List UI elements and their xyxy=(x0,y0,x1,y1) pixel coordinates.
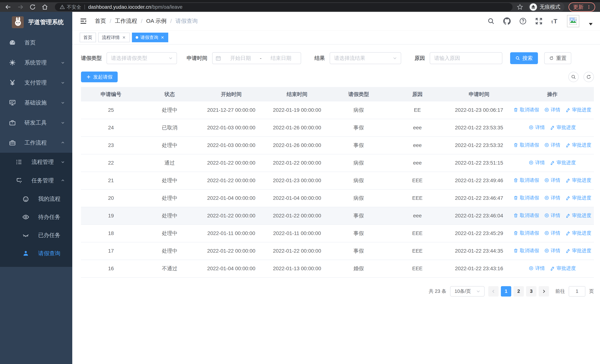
sidebar-item-process-mgmt[interactable]: 流程管理 xyxy=(0,153,72,171)
reset-button[interactable]: 重置 xyxy=(544,52,571,64)
progress-action[interactable]: 审批进度 xyxy=(550,159,576,166)
detail-action[interactable]: 详情 xyxy=(529,265,545,271)
cancel-leave-action[interactable]: 取消请假 xyxy=(513,247,539,254)
font-size-icon[interactable]: tT xyxy=(551,18,559,25)
detail-action[interactable]: 详情 xyxy=(544,230,560,236)
detail-action[interactable]: 详情 xyxy=(544,247,560,254)
cancel-leave-action[interactable]: 取消请假 xyxy=(513,177,539,184)
progress-action[interactable]: 审批进度 xyxy=(565,142,591,148)
detail-action[interactable]: 详情 xyxy=(529,124,545,131)
apply-time-range-picker[interactable]: 开始日期 - 结束日期 xyxy=(212,52,301,64)
detail-action[interactable]: 详情 xyxy=(544,195,560,201)
reason-input[interactable]: 请输入原因 xyxy=(430,52,502,64)
cell-reason: EEE xyxy=(387,189,447,207)
view-icon xyxy=(544,213,549,218)
cell-applied: 2022-01-22 23:53:32 xyxy=(448,137,511,154)
github-icon[interactable] xyxy=(503,18,511,25)
reload-icon[interactable] xyxy=(29,4,36,10)
progress-action[interactable]: 审批进度 xyxy=(565,177,591,184)
sidebar-item-infra[interactable]: 基础设施 xyxy=(0,93,72,113)
user-menu-caret-icon[interactable] xyxy=(589,23,593,25)
page-size-select[interactable]: 10条/页 xyxy=(450,286,485,297)
close-icon[interactable] xyxy=(160,35,165,39)
sidebar-item-task-mgmt[interactable]: 任务管理 xyxy=(0,171,72,190)
forward-icon[interactable] xyxy=(17,4,24,10)
cell-reason: eee xyxy=(387,137,447,154)
progress-action[interactable]: 审批进度 xyxy=(565,247,591,254)
cell-start: 2022-01-04 00:00:00 xyxy=(198,260,264,278)
detail-action[interactable]: 详情 xyxy=(529,159,545,166)
sidebar-item-label: 我的流程 xyxy=(38,195,60,203)
search-button[interactable]: 搜索 xyxy=(510,52,538,64)
tab-process-detail[interactable]: 流程详情 xyxy=(98,33,130,42)
page-button-3[interactable]: 3 xyxy=(526,286,536,297)
cell-actions: 取消请假详情审批进度 xyxy=(511,207,594,225)
sidebar-item-done-tasks[interactable]: 已办任务 xyxy=(0,226,72,244)
progress-action[interactable]: 审批进度 xyxy=(550,265,576,271)
breadcrumb-item[interactable]: 工作流程 xyxy=(115,17,137,25)
cell-actions: 取消请假详情审批进度 xyxy=(511,101,594,119)
detail-action[interactable]: 详情 xyxy=(544,107,560,113)
refresh-table-button[interactable] xyxy=(583,72,594,82)
sidebar-item-my-process[interactable]: 我的流程 xyxy=(0,190,72,208)
sidebar-item-home[interactable]: 首页 xyxy=(0,33,72,53)
sidebar-item-leave-query[interactable]: 请假查询 xyxy=(0,244,72,262)
sidebar-item-system[interactable]: 系统管理 xyxy=(0,53,72,73)
cancel-leave-action[interactable]: 取消请假 xyxy=(513,230,539,236)
breadcrumb-item[interactable]: 首页 xyxy=(95,17,106,25)
progress-action-label: 审批进度 xyxy=(572,247,591,254)
fullscreen-icon[interactable] xyxy=(535,18,543,25)
window-title-strip xyxy=(0,0,600,2)
progress-action[interactable]: 审批进度 xyxy=(565,212,591,219)
create-leave-button[interactable]: 发起请假 xyxy=(81,72,118,82)
progress-action[interactable]: 审批进度 xyxy=(565,107,591,113)
url-bar[interactable]: 不安全 dashboard.yudao.iocoder.cn/bpm/oa/le… xyxy=(55,3,513,11)
sidebar-item-devtools[interactable]: 研发工具 xyxy=(0,113,72,133)
home-icon[interactable] xyxy=(41,4,48,10)
tab-home[interactable]: 首页 xyxy=(80,33,96,42)
sidebar-item-workflow[interactable]: 工作流程 xyxy=(0,133,72,153)
update-button[interactable]: 更新 xyxy=(569,2,595,12)
broken-image-icon xyxy=(569,17,577,25)
cancel-leave-action[interactable]: 取消请假 xyxy=(513,142,539,148)
prev-page-button[interactable] xyxy=(488,286,499,297)
progress-action[interactable]: 审批进度 xyxy=(565,230,591,236)
toggle-search-button[interactable] xyxy=(568,72,579,82)
cancel-leave-action[interactable]: 取消请假 xyxy=(513,107,539,113)
sidebar-item-label: 首页 xyxy=(24,39,36,47)
browser-menu-icon[interactable] xyxy=(586,5,591,9)
avatar[interactable] xyxy=(567,15,579,27)
back-icon[interactable] xyxy=(5,4,11,10)
cell-end: 2022-01-22 00:00:00 xyxy=(264,207,330,225)
tab-leave-query[interactable]: 请假查询 xyxy=(132,33,168,42)
search-icon[interactable] xyxy=(487,18,495,25)
leave-type-select[interactable]: 请选择请假类型 xyxy=(107,52,177,64)
sidebar-item-todo-tasks[interactable]: 待办任务 xyxy=(0,208,72,226)
chevron-left-icon xyxy=(491,289,496,294)
trash-icon xyxy=(513,231,518,235)
detail-action[interactable]: 详情 xyxy=(544,142,560,148)
next-page-button[interactable] xyxy=(539,286,549,297)
progress-action[interactable]: 审批进度 xyxy=(565,195,591,201)
tab-label: 请假查询 xyxy=(141,35,158,40)
close-icon[interactable] xyxy=(122,35,126,39)
goto-page-input[interactable] xyxy=(569,286,585,297)
detail-action[interactable]: 详情 xyxy=(544,177,560,184)
cell-applied: 2022-01-22 23:53:35 xyxy=(448,119,511,137)
page-button-1[interactable]: 1 xyxy=(501,286,511,297)
cell-type: 病假 xyxy=(330,189,387,207)
breadcrumb-item[interactable]: OA 示例 xyxy=(146,17,167,25)
progress-action[interactable]: 审批进度 xyxy=(550,124,576,131)
result-select[interactable]: 请选择流结果 xyxy=(330,52,401,64)
bookmark-star-icon[interactable] xyxy=(517,4,523,10)
cancel-leave-action[interactable]: 取消请假 xyxy=(513,212,539,219)
page-button-2[interactable]: 2 xyxy=(514,286,524,297)
help-icon[interactable] xyxy=(519,18,527,25)
cell-id: 17 xyxy=(81,242,141,260)
cancel-leave-action[interactable]: 取消请假 xyxy=(513,195,539,201)
result-label: 结果 xyxy=(314,55,325,62)
sidebar-collapse-icon[interactable] xyxy=(80,18,87,25)
sidebar-item-payment[interactable]: 支付管理 xyxy=(0,73,72,93)
cell-start: 2022-01-22 00:00:00 xyxy=(198,207,264,225)
detail-action[interactable]: 详情 xyxy=(544,212,560,219)
